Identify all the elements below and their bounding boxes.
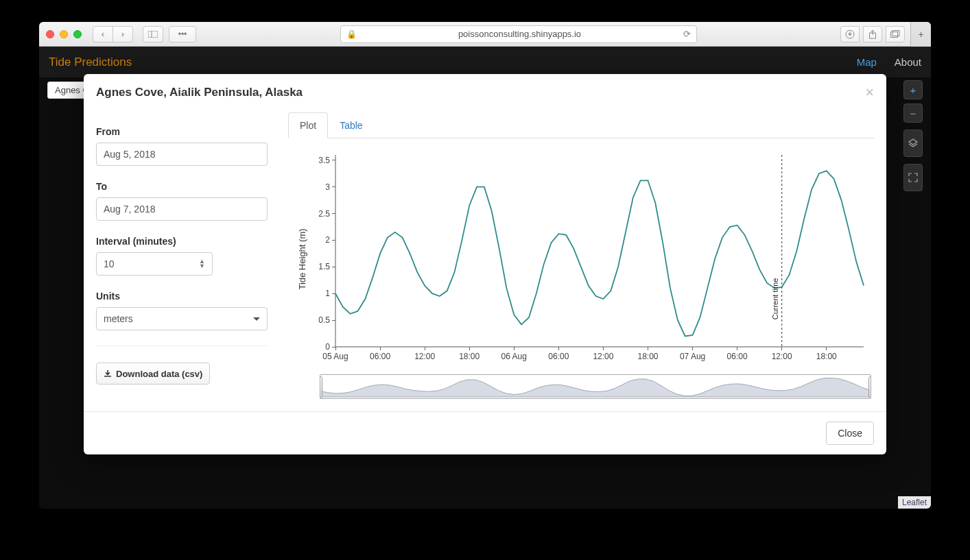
y-axis-label: Tide Height (m) [297,228,307,289]
plot-tabs: Plot Table [288,112,874,138]
back-button[interactable]: ‹ [93,26,113,42]
nav-about[interactable]: About [895,56,921,68]
lock-icon: 🔒 [346,29,357,39]
svg-text:1: 1 [325,289,330,298]
stepper-icon[interactable]: ▲▼ [199,259,205,269]
zoom-out-button[interactable]: − [903,104,923,123]
svg-text:12:00: 12:00 [414,352,435,361]
svg-text:0.5: 0.5 [318,315,330,325]
chevron-down-icon [253,317,260,321]
close-button[interactable]: Close [826,422,874,445]
svg-rect-4 [891,32,898,37]
range-overview[interactable] [320,374,871,399]
url-text: poissonconsulting.shinyapps.io [361,29,679,39]
app-header: Tide Predictions Map About [39,47,931,77]
close-window-icon[interactable] [46,30,54,38]
range-handle-left[interactable] [320,376,322,398]
minimize-window-icon[interactable] [60,30,68,38]
modal-close-icon[interactable]: × [865,84,874,101]
interval-input[interactable]: 10 ▲▼ [96,252,213,276]
svg-text:12:00: 12:00 [772,352,792,361]
svg-text:1.5: 1.5 [318,262,330,271]
current-time-label: Current time [771,278,779,320]
tide-chart[interactable]: 00.511.522.533.5 05 Aug06:0012:0018:0006… [288,143,874,376]
plot-pane: Plot Table 00.511.522.533.5 05 Aug06:001… [288,112,874,399]
svg-text:18:00: 18:00 [816,352,837,361]
app-title: Tide Predictions [49,56,842,69]
svg-text:3: 3 [325,182,330,192]
tide-modal: Agnes Cove, Aialik Peninsula, Alaska × F… [84,74,886,454]
tabs-button[interactable] [886,26,905,42]
reload-icon[interactable]: ⟳ [683,29,691,39]
browser-window: ‹ › ••• 🔒 poissonconsulting.shinyapps.io… [39,22,931,509]
fullscreen-button[interactable] [903,164,923,191]
to-label: To [96,181,268,192]
nav-map[interactable]: Map [857,56,877,68]
browser-titlebar: ‹ › ••• 🔒 poissonconsulting.shinyapps.io… [39,22,931,47]
tab-table[interactable]: Table [328,112,374,138]
zoom-in-button[interactable]: + [903,80,923,99]
svg-text:18:00: 18:00 [459,352,480,361]
svg-text:06:00: 06:00 [727,352,748,361]
to-date-input[interactable]: Aug 7, 2018 [96,197,268,221]
interval-label: Interval (minutes) [96,236,268,247]
units-select[interactable]: meters [96,307,268,330]
svg-rect-0 [148,31,158,38]
svg-rect-5 [892,30,899,36]
range-handle-right[interactable] [868,376,871,398]
svg-text:2: 2 [325,235,330,245]
app-nav: Map About [842,56,921,68]
svg-text:06:00: 06:00 [370,352,390,361]
extension-button[interactable]: ••• [169,26,196,42]
app-content: Tide Predictions Map About Agnes Co + − … [39,47,931,509]
svg-text:0: 0 [325,342,330,352]
download-csv-button[interactable]: Download data (csv) [96,363,210,385]
divider [96,345,268,346]
svg-text:06:00: 06:00 [548,352,569,361]
layers-button[interactable] [903,130,923,157]
tab-plot[interactable]: Plot [288,112,328,138]
from-label: From [96,126,268,137]
download-icon [104,369,112,378]
modal-title: Agnes Cove, Aialik Peninsula, Alaska [96,86,865,99]
svg-text:2.5: 2.5 [318,209,330,219]
svg-text:3.5: 3.5 [318,156,330,165]
window-controls [46,30,82,38]
svg-text:12:00: 12:00 [593,352,613,361]
svg-text:07 Aug: 07 Aug [680,352,705,361]
svg-text:05 Aug: 05 Aug [322,352,348,361]
address-bar[interactable]: 🔒 poissonconsulting.shinyapps.io ⟳ [340,25,697,43]
share-button[interactable] [863,26,882,42]
sidebar-button[interactable] [143,26,163,42]
maximize-window-icon[interactable] [73,30,82,38]
tide-form: From Aug 5, 2018 To Aug 7, 2018 Interval… [96,112,268,399]
svg-text:06 Aug: 06 Aug [501,352,527,361]
forward-button[interactable]: › [113,26,133,42]
units-label: Units [96,291,268,302]
map-attribution[interactable]: Leaflet [898,496,931,509]
downloads-button[interactable] [840,26,860,42]
svg-text:18:00: 18:00 [637,352,658,361]
from-date-input[interactable]: Aug 5, 2018 [96,143,268,166]
